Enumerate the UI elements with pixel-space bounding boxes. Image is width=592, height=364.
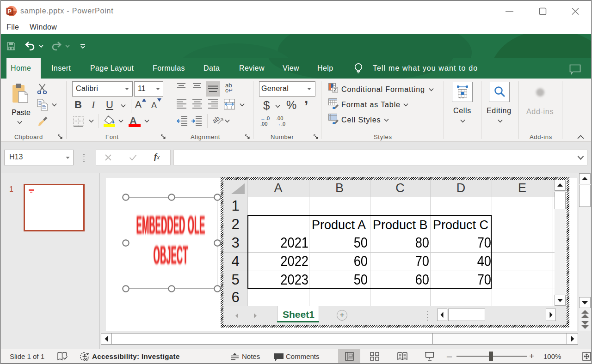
svg-text:P: P xyxy=(7,8,12,15)
